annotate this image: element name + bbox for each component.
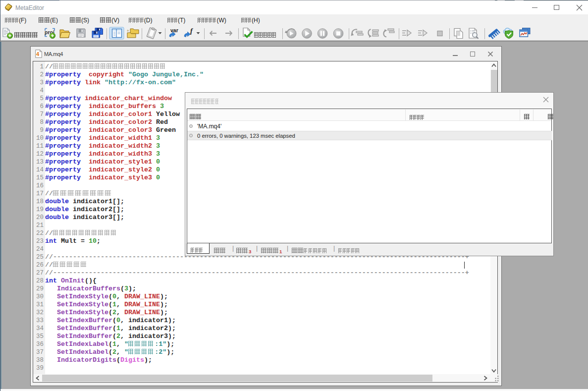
svg-text:var: var <box>170 27 178 33</box>
svg-text:f: f <box>190 27 193 35</box>
svg-text:4: 4 <box>36 51 40 57</box>
